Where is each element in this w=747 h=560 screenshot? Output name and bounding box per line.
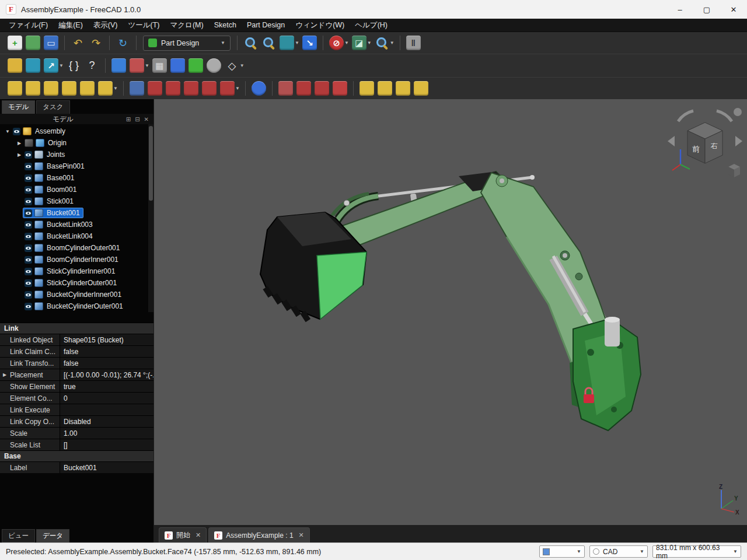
navigation-cube[interactable]: 前 右	[666, 104, 743, 181]
revolution-icon[interactable]	[26, 81, 40, 96]
visibility-eye-icon[interactable]	[25, 209, 32, 217]
menu-edit[interactable]: 編集(E)	[53, 19, 88, 32]
tree-item-basepin001[interactable]: BasePin001	[0, 160, 153, 172]
thickness-icon[interactable]	[414, 81, 428, 96]
make-link-icon[interactable]: ↗	[44, 58, 58, 73]
tree-item-bucketlink004[interactable]: BucketLink004	[0, 230, 153, 242]
chevron-down-icon[interactable]: ▼	[295, 40, 299, 46]
rod-end-pin[interactable]	[530, 175, 535, 180]
chevron-down-icon[interactable]: ▼	[59, 63, 64, 68]
tree-item-bucketcylinderouter001[interactable]: BucketCylinderOuter001	[0, 300, 153, 312]
close-button[interactable]: ✕	[720, 0, 747, 19]
datum-icon[interactable]: ◇	[225, 58, 239, 73]
person-icon[interactable]	[170, 58, 185, 73]
nav-menu-circle-icon[interactable]	[734, 108, 742, 116]
property-value[interactable]: []	[60, 439, 153, 450]
pocket-icon[interactable]	[130, 81, 144, 96]
property-value[interactable]: true	[60, 381, 153, 392]
visibility-eye-icon[interactable]	[13, 128, 20, 135]
visibility-eye-icon[interactable]	[25, 233, 32, 240]
visibility-eye-icon[interactable]	[25, 186, 32, 194]
visibility-eye-icon[interactable]	[25, 244, 32, 252]
fillet-icon[interactable]	[359, 81, 374, 96]
chevron-down-icon[interactable]: ▼	[113, 86, 118, 91]
menu-tools[interactable]: ツール(T)	[123, 19, 165, 32]
visibility-eye-icon[interactable]	[25, 174, 32, 182]
visibility-eye-icon[interactable]	[25, 221, 32, 229]
boom-hole-pin-1[interactable]	[563, 253, 567, 258]
rotate-cw-arrow-icon[interactable]	[717, 111, 732, 121]
tree-item-origin[interactable]: ▶Origin	[0, 137, 153, 149]
chamfer-icon[interactable]	[378, 81, 392, 96]
open-folder-icon[interactable]	[26, 36, 40, 50]
property-value[interactable]: Disabled	[60, 416, 153, 427]
chevron-down-icon[interactable]: ▼	[240, 63, 245, 68]
subtractive-pipe-icon[interactable]	[202, 81, 217, 96]
property-value[interactable]: false	[60, 346, 153, 357]
tree-item-stickcylinderouter001[interactable]: StickCylinderOuter001	[0, 277, 153, 289]
pan-left-arrow-icon[interactable]	[668, 136, 675, 146]
close-icon[interactable]: ✕	[299, 531, 304, 539]
menu-help[interactable]: ヘルプ(H)	[350, 19, 393, 32]
expander-icon[interactable]: ▶	[15, 152, 23, 158]
property-tab-view[interactable]: ビュー	[2, 529, 35, 542]
menu-file[interactable]: ファイル(F)	[4, 19, 53, 32]
expander-icon[interactable]: ▶	[15, 141, 23, 146]
viewport-background[interactable]	[154, 99, 747, 525]
subtractive-primitive-icon[interactable]	[220, 81, 235, 96]
refresh-icon[interactable]: ↻	[116, 36, 130, 50]
tree-item-boom001[interactable]: Boom001	[0, 184, 153, 195]
groove-icon[interactable]	[166, 81, 180, 96]
chevron-down-icon[interactable]: ▼	[367, 40, 372, 46]
additive-helix-icon[interactable]	[80, 81, 95, 96]
chevron-down-icon[interactable]: ▼	[344, 40, 349, 46]
tree-item-joints[interactable]: ▶Joints	[0, 149, 153, 160]
pad-icon[interactable]	[8, 81, 22, 96]
zoom-selection-icon[interactable]	[261, 36, 276, 50]
property-value[interactable]: Shape015 (Bucket)	[60, 334, 153, 345]
menu-window[interactable]: ウィンドウ(W)	[290, 19, 350, 32]
tree-item-bucketlink003[interactable]: BucketLink003	[0, 219, 153, 230]
property-section-base[interactable]: Base	[0, 450, 153, 461]
visibility-eye-icon[interactable]	[25, 279, 32, 287]
doc-tab-assemblyexample-1[interactable]: FAssemblyExample : 1✕	[208, 527, 310, 542]
menu-macro[interactable]: マクロ(M)	[165, 19, 209, 32]
hole-icon[interactable]	[148, 81, 162, 96]
property-value[interactable]	[60, 404, 153, 415]
std-part-icon[interactable]	[8, 58, 22, 73]
property-section-link[interactable]: Link	[0, 323, 153, 334]
group-folder-icon[interactable]	[26, 58, 40, 73]
chevron-down-icon[interactable]: ▼	[145, 63, 149, 68]
tree-item-boomcylinderinner001[interactable]: BoomCylinderInner001	[0, 254, 153, 265]
tree-item-stickcylinderinner001[interactable]: StickCylinderInner001	[0, 265, 153, 277]
additive-loft-icon[interactable]	[44, 81, 58, 96]
view-size-select[interactable]: 831.01 mm x 600.63 mm ▼	[652, 545, 741, 558]
expression-braces-icon[interactable]: { }	[67, 58, 81, 73]
redo-icon[interactable]: ↷	[89, 36, 103, 50]
save-icon[interactable]: ▭	[44, 36, 58, 50]
subtractive-loft-icon[interactable]	[184, 81, 198, 96]
menu-part-design[interactable]: Part Design	[242, 20, 290, 30]
viewport-3d[interactable]: 前 右 Z Y	[154, 99, 747, 525]
random-color-icon[interactable]	[130, 58, 144, 73]
property-value[interactable]: 1.00	[60, 428, 153, 439]
chevron-down-icon[interactable]: ▼	[390, 40, 395, 46]
visibility-eye-icon[interactable]	[25, 303, 32, 310]
boolean-sphere-icon[interactable]	[252, 81, 266, 96]
menu-view[interactable]: 表示(V)	[88, 19, 123, 32]
image-plane-icon[interactable]: ▦	[152, 58, 167, 73]
workbench-selector[interactable]: Part Design▼	[143, 36, 231, 51]
shapebinder-icon[interactable]	[189, 58, 203, 73]
nav-style-select[interactable]: CAD ▼	[589, 545, 648, 558]
pan-right-arrow-icon[interactable]	[735, 136, 742, 146]
rotate-ccw-arrow-icon[interactable]	[678, 111, 693, 121]
whatsthis-icon[interactable]: ?	[85, 58, 99, 73]
tree-item-bucket001[interactable]: Bucket001	[0, 207, 153, 219]
new-document-icon[interactable]: +	[8, 36, 22, 50]
measure-zoom-icon[interactable]	[375, 36, 389, 50]
property-value[interactable]: Bucket001	[60, 462, 153, 473]
visibility-eye-icon[interactable]	[25, 198, 32, 205]
panel-tab-tasks[interactable]: タスク	[36, 100, 69, 114]
tree-scrollbar[interactable]	[148, 124, 153, 312]
close-icon[interactable]: ✕	[196, 531, 201, 539]
